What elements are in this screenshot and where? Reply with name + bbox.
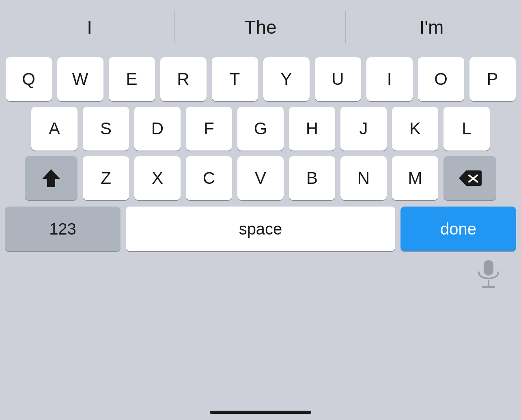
microphone-icon[interactable]: [476, 259, 501, 292]
backspace-icon: [458, 170, 482, 187]
key-z[interactable]: Z: [83, 156, 129, 200]
key-n[interactable]: N: [340, 156, 387, 200]
key-d[interactable]: D: [134, 107, 181, 151]
predictive-item-i[interactable]: I: [4, 0, 175, 54]
shift-key[interactable]: [25, 156, 78, 200]
key-i[interactable]: I: [366, 57, 413, 101]
done-key[interactable]: done: [400, 207, 516, 251]
key-y[interactable]: Y: [263, 57, 310, 101]
key-e[interactable]: E: [109, 57, 155, 101]
key-row-bottom: 123 space done: [5, 207, 516, 251]
key-s[interactable]: S: [83, 107, 129, 151]
predictive-bar: I The I'm: [0, 0, 521, 54]
key-u[interactable]: U: [315, 57, 361, 101]
shift-icon: [41, 168, 62, 189]
predictive-item-im[interactable]: I'm: [346, 0, 517, 54]
key-l[interactable]: L: [443, 107, 490, 151]
key-row-3: Z X C V B N M: [5, 156, 516, 200]
space-key[interactable]: space: [126, 207, 395, 251]
numbers-key[interactable]: 123: [5, 207, 121, 251]
key-h[interactable]: H: [289, 107, 335, 151]
key-g[interactable]: G: [237, 107, 284, 151]
key-v[interactable]: V: [237, 156, 284, 200]
svg-rect-2: [484, 260, 493, 276]
key-p[interactable]: P: [469, 57, 516, 101]
mic-area: [0, 251, 521, 292]
predictive-item-the[interactable]: The: [175, 0, 346, 54]
key-a[interactable]: A: [31, 107, 78, 151]
key-row-2: A S D F G H J K L: [5, 107, 516, 151]
key-c[interactable]: C: [186, 156, 232, 200]
key-r[interactable]: R: [160, 57, 207, 101]
key-m[interactable]: M: [392, 156, 438, 200]
keyboard: Q W E R T Y U I O P A S D F G H J K L Z …: [0, 54, 521, 251]
key-x[interactable]: X: [134, 156, 181, 200]
key-o[interactable]: O: [418, 57, 464, 101]
key-k[interactable]: K: [392, 107, 438, 151]
key-row-1: Q W E R T Y U I O P: [5, 57, 516, 101]
home-indicator: [210, 411, 311, 414]
key-f[interactable]: F: [186, 107, 232, 151]
key-t[interactable]: T: [212, 57, 258, 101]
key-q[interactable]: Q: [6, 57, 52, 101]
backspace-key[interactable]: [443, 156, 496, 200]
key-b[interactable]: B: [289, 156, 335, 200]
key-w[interactable]: W: [57, 57, 103, 101]
key-j[interactable]: J: [340, 107, 387, 151]
